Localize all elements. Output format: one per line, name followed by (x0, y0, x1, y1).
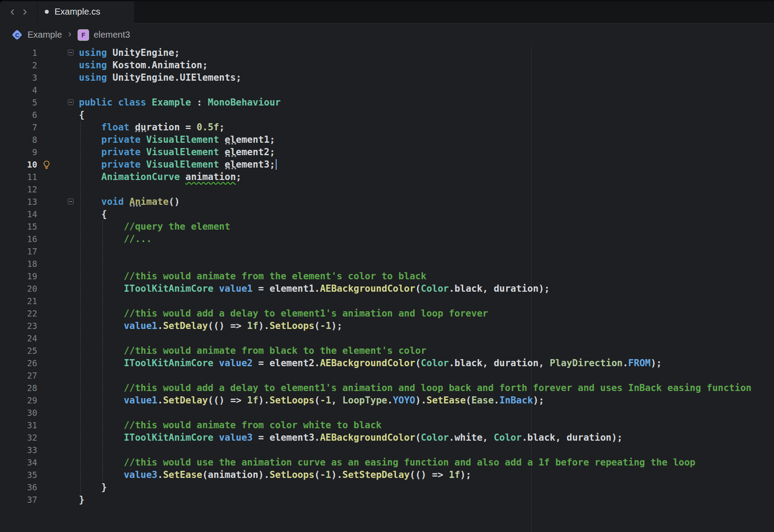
line-number[interactable]: 1 (0, 47, 37, 59)
code-line[interactable]: 17 (0, 245, 774, 258)
line-number[interactable]: 29 (0, 394, 37, 407)
line-number[interactable]: 6 (0, 109, 37, 121)
gutter-zone (37, 382, 79, 394)
code-line[interactable]: 24 (0, 332, 774, 344)
code-line[interactable]: 11 AnimationCurve animation; (0, 171, 774, 183)
back-arrow-icon[interactable]: ‹ (9, 4, 16, 18)
line-number[interactable]: 7 (0, 121, 37, 133)
code-line[interactable]: 26 IToolKitAnimCore value2 = element2.AE… (0, 357, 774, 369)
line-number[interactable]: 23 (0, 320, 37, 332)
code-line[interactable]: 8 private VisualElement element1; (0, 133, 774, 146)
code-line[interactable]: 19 //this would animate from the element… (0, 270, 774, 282)
line-number[interactable]: 3 (0, 71, 37, 84)
code-token: . (622, 358, 628, 368)
fold-collapse-icon[interactable] (68, 99, 74, 105)
code-line[interactable]: 34 //this would use the animation curve … (0, 456, 774, 469)
line-number[interactable]: 26 (0, 357, 37, 369)
code-line[interactable]: 20 IToolKitAnimCore value1 = element1.AE… (0, 282, 774, 295)
code-line[interactable]: 35 value3.SetEase(animation).SetLoops(-1… (0, 469, 774, 481)
code-line[interactable]: 12 (0, 183, 774, 196)
line-number[interactable]: 15 (0, 220, 37, 233)
code-line[interactable]: 18 (0, 258, 774, 270)
line-number[interactable]: 30 (0, 407, 37, 419)
code-line[interactable]: 23 value1.SetDelay(() => 1f).SetLoops(-1… (0, 320, 774, 332)
fold-collapse-icon[interactable] (68, 199, 74, 204)
code-line[interactable]: 21 (0, 295, 774, 307)
code-line[interactable]: 31 //this would animate from color white… (0, 419, 774, 431)
code-editor[interactable]: 1using UnityEngine;2using Kostom.Animati… (0, 46, 774, 532)
line-number[interactable]: 36 (0, 481, 37, 493)
code-token: Example (146, 97, 191, 108)
code-line[interactable]: 4 (0, 84, 774, 96)
code-line[interactable]: 15 //query the element (0, 220, 774, 233)
code-token: Color (421, 283, 449, 294)
code-token: value3 (124, 469, 157, 480)
code-token: value1 (124, 395, 157, 406)
line-number[interactable]: 16 (0, 233, 37, 245)
line-number[interactable]: 10 (0, 158, 37, 171)
line-number[interactable]: 11 (0, 171, 37, 183)
line-number[interactable]: 33 (0, 444, 37, 456)
code-token: ; (270, 134, 275, 145)
code-token: ); (533, 395, 544, 406)
code-line[interactable]: 36 } (0, 481, 774, 493)
line-number[interactable]: 12 (0, 183, 37, 196)
code-line[interactable]: 6{ (0, 109, 774, 121)
code-line[interactable]: 32 IToolKitAnimCore value3 = element3.AE… (0, 431, 774, 444)
line-number[interactable]: 20 (0, 282, 37, 295)
code-line[interactable]: 9 private VisualElement element2; (0, 146, 774, 158)
line-number[interactable]: 14 (0, 208, 37, 220)
code-token: PlayDirection (550, 358, 622, 368)
code-line[interactable]: 2using Kostom.Animation; (0, 59, 774, 71)
fold-collapse-icon[interactable] (68, 50, 74, 55)
line-number[interactable]: 24 (0, 332, 37, 344)
line-number[interactable]: 25 (0, 344, 37, 357)
code-line[interactable]: 3using UnityEngine.UIElements; (0, 71, 774, 84)
code-text: value1.SetDelay(() => 1f).SetLoops(-1, L… (79, 394, 544, 407)
quick-fix-bulb-icon[interactable] (42, 160, 51, 169)
code-line[interactable]: 5public class Example : MonoBehaviour (0, 96, 774, 109)
code-line[interactable]: 30 (0, 407, 774, 419)
tab-example-cs[interactable]: Example.cs (38, 0, 134, 23)
code-token: ). (258, 321, 270, 331)
line-number[interactable]: 22 (0, 307, 37, 320)
breadcrumb-class-name[interactable]: Example (27, 30, 62, 40)
code-token: SetEase (163, 469, 203, 480)
code-line[interactable]: 10 private VisualElement element3; (0, 158, 774, 171)
code-line[interactable]: 14 { (0, 208, 774, 220)
line-number[interactable]: 32 (0, 431, 37, 444)
code-line[interactable]: 13 void Animate() (0, 196, 774, 208)
code-line[interactable]: 7 float duration = 0.5f; (0, 121, 774, 133)
code-token (79, 432, 124, 443)
line-number[interactable]: 31 (0, 419, 37, 431)
line-number[interactable]: 8 (0, 133, 37, 146)
code-line[interactable]: 33 (0, 444, 774, 456)
code-line[interactable]: 25 //this would animate from black to th… (0, 344, 774, 357)
line-number[interactable]: 35 (0, 469, 37, 481)
code-line[interactable]: 37} (0, 493, 774, 506)
code-line[interactable]: 28 //this would add a delay to element1'… (0, 382, 774, 394)
code-token: float (102, 122, 129, 133)
line-number[interactable]: 5 (0, 96, 37, 109)
line-number[interactable]: 37 (0, 493, 37, 506)
line-number[interactable]: 27 (0, 369, 37, 382)
line-number[interactable]: 4 (0, 84, 37, 96)
code-token: ( (415, 432, 421, 443)
line-number[interactable]: 34 (0, 456, 37, 469)
code-line[interactable]: 16 //... (0, 233, 774, 245)
line-number[interactable]: 2 (0, 59, 37, 71)
code-token: -1 (320, 321, 331, 331)
code-line[interactable]: 27 (0, 369, 774, 382)
line-number[interactable]: 9 (0, 146, 37, 158)
line-number[interactable]: 21 (0, 295, 37, 307)
code-line[interactable]: 22 //this would add a delay to element1'… (0, 307, 774, 320)
line-number[interactable]: 18 (0, 258, 37, 270)
line-number[interactable]: 28 (0, 382, 37, 394)
line-number[interactable]: 19 (0, 270, 37, 282)
code-line[interactable]: 1using UnityEngine; (0, 47, 774, 59)
breadcrumb-member-name[interactable]: element3 (94, 30, 130, 40)
forward-arrow-icon[interactable]: › (22, 4, 28, 18)
code-line[interactable]: 29 value1.SetDelay(() => 1f).SetLoops(-1… (0, 394, 774, 407)
line-number[interactable]: 17 (0, 245, 37, 258)
line-number[interactable]: 13 (0, 196, 37, 208)
